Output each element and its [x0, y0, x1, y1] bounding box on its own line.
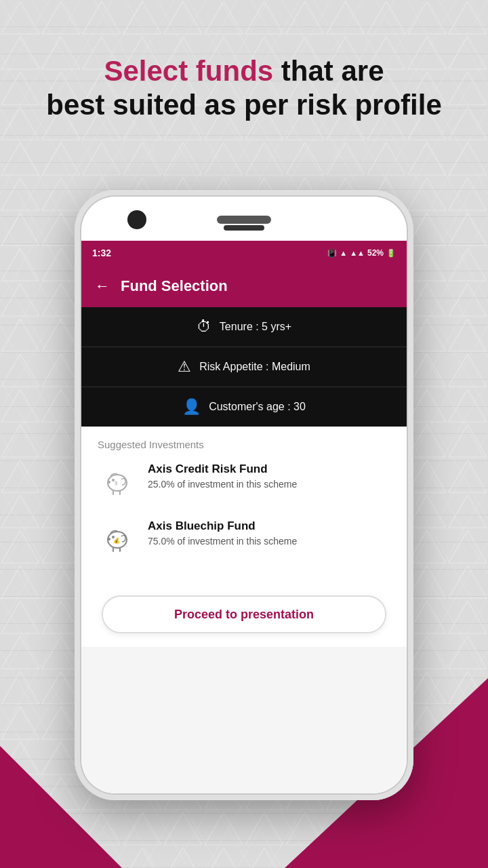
fund-icon-1: $: [98, 462, 136, 500]
phone-speaker: [217, 216, 271, 224]
status-bar: 1:32 📳 ▲ ▲▲ 52% 🔋: [81, 241, 407, 265]
risk-text: Risk Appetite : Medium: [199, 361, 310, 373]
proceed-button[interactable]: Proceed to presentation: [102, 595, 386, 633]
svg-text:$: $: [115, 480, 118, 486]
signal-icon: ▲▲: [350, 249, 365, 257]
tenure-text: Tenure : 5 yrs+: [220, 321, 291, 333]
fund-info-2: Axis Bluechip Fund 75.0% of investment i…: [148, 519, 297, 547]
phone-inner: 1:32 📳 ▲ ▲▲ 52% 🔋 ← Fund Selection ⏱ Ten…: [81, 197, 407, 793]
fund-desc-1: 25.0% of investment in this scheme: [148, 479, 297, 490]
svg-point-5: [108, 481, 110, 484]
vibrate-icon: 📳: [327, 249, 337, 258]
app-header: ← Fund Selection: [81, 265, 407, 307]
fund-name-2: Axis Bluechip Fund: [148, 519, 297, 533]
fund-item-1: $ Axis Credit Risk Fund 25.0% of investm…: [98, 462, 390, 500]
headline: Select funds that are best suited as per…: [0, 54, 488, 123]
suggested-section: Suggested Investments $: [81, 427, 407, 589]
info-section: ⏱ Tenure : 5 yrs+ ⚠ Risk Appetite : Medi…: [81, 307, 407, 427]
suggested-label: Suggested Investments: [98, 439, 390, 450]
proceed-button-container: Proceed to presentation: [81, 589, 407, 647]
headline-pink-text: Select funds: [104, 55, 273, 87]
headline-line2: best suited as per risk profile: [0, 88, 488, 122]
fund-desc-2: 75.0% of investment in this scheme: [148, 536, 297, 547]
fund-item-2: 💰 Axis Bluechip Fund 75.0% of investment…: [98, 519, 390, 557]
page-title: Fund Selection: [121, 277, 228, 295]
age-text: Customer's age : 30: [209, 401, 306, 413]
age-row: 👤 Customer's age : 30: [81, 387, 407, 427]
back-button[interactable]: ←: [95, 277, 110, 295]
tenure-row: ⏱ Tenure : 5 yrs+: [81, 307, 407, 347]
status-time: 1:32: [92, 248, 111, 258]
risk-row: ⚠ Risk Appetite : Medium: [81, 347, 407, 387]
battery-text: 52%: [367, 248, 384, 258]
screen: 1:32 📳 ▲ ▲▲ 52% 🔋 ← Fund Selection ⏱ Ten…: [81, 241, 407, 793]
fund-name-1: Axis Credit Risk Fund: [148, 462, 297, 476]
wifi-icon: ▲: [340, 249, 347, 257]
phone-camera: [127, 210, 146, 229]
svg-point-9: [108, 538, 110, 540]
battery-icon: 🔋: [386, 249, 396, 258]
tenure-icon: ⏱: [197, 318, 211, 336]
phone-home-button: [224, 225, 264, 231]
age-icon: 👤: [182, 398, 201, 416]
svg-text:💰: 💰: [113, 537, 120, 544]
piggy-bank-icon-2: 💰: [100, 521, 134, 555]
phone-device: 1:32 📳 ▲ ▲▲ 52% 🔋 ← Fund Selection ⏱ Ten…: [75, 190, 413, 800]
headline-black-text: that are: [281, 55, 384, 87]
status-icons: 📳 ▲ ▲▲ 52% 🔋: [327, 248, 396, 258]
fund-icon-2: 💰: [98, 519, 136, 557]
piggy-bank-icon-1: $: [100, 465, 134, 498]
risk-icon: ⚠: [178, 358, 191, 376]
fund-info-1: Axis Credit Risk Fund 25.0% of investmen…: [148, 462, 297, 490]
